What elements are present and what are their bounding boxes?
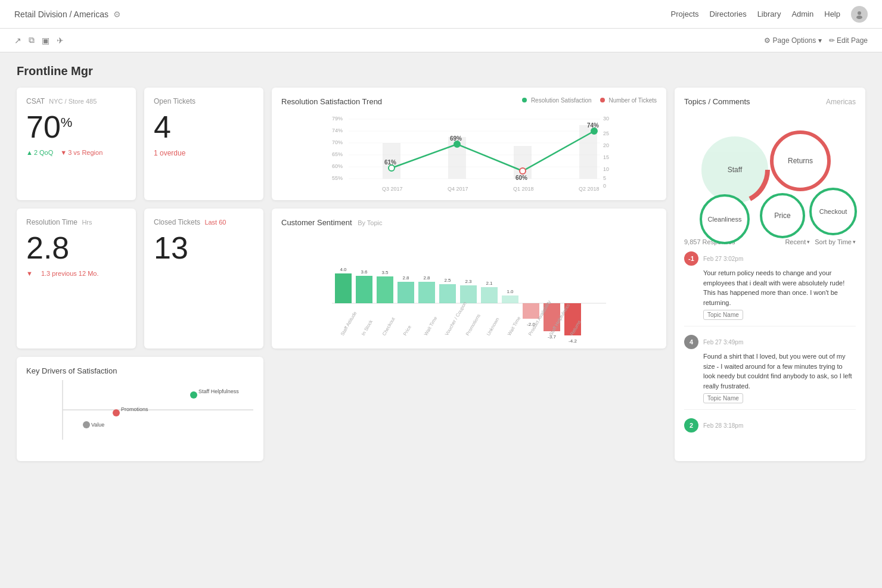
edit-page-btn[interactable]: ✏ Edit Page	[829, 36, 868, 45]
bubble-area: Staff Returns Cleanliness Price Checkout	[684, 113, 856, 238]
svg-text:30: 30	[603, 116, 609, 122]
page-title: Frontline Mgr	[17, 64, 865, 78]
svg-text:74%: 74%	[332, 127, 343, 133]
svg-text:Q1 2018: Q1 2018	[513, 186, 534, 192]
comment-avatar-1: -1	[684, 251, 698, 266]
avatar[interactable]	[851, 6, 868, 23]
comment-time-2: Feb 27 3:49pm	[703, 339, 743, 346]
csat-card: CSAT NYC / Store 485 70% 2 QoQ 3 vs Regi…	[17, 88, 136, 200]
nav-admin[interactable]: Admin	[791, 10, 813, 18]
nav-directories[interactable]: Directories	[710, 10, 747, 18]
breadcrumb-area: Retail Division / Americas ⚙	[14, 10, 121, 19]
closed-tickets-card: Closed Tickets Last 60 13	[144, 209, 263, 349]
svg-text:70%: 70%	[332, 139, 343, 145]
svg-text:2.5: 2.5	[444, 278, 451, 283]
topics-card: Topics / Comments Americas Staff Returns…	[675, 88, 865, 461]
resolution-trend-card: Resolution Satisfaction Trend Resolution…	[272, 88, 666, 200]
nav-projects[interactable]: Projects	[671, 10, 699, 18]
svg-text:74%: 74%	[587, 122, 599, 129]
svg-text:Staff Helpfulness: Staff Helpfulness	[198, 388, 239, 394]
svg-rect-55	[397, 282, 414, 303]
share-icon[interactable]: ↗	[14, 36, 21, 45]
svg-text:Checkout: Checkout	[819, 208, 847, 215]
svg-text:55%: 55%	[332, 175, 343, 181]
sentiment-svg: 4.0 3.6 3.5 2.8 2.8 2.5	[281, 232, 657, 363]
sentiment-subtitle: By Topic	[358, 219, 382, 226]
legend-satisfaction: Resolution Satisfaction	[522, 97, 592, 104]
more-comments-indicator: 2 Feb 28 3:18pm	[684, 418, 856, 433]
page-options-btn[interactable]: ⚙ Page Options ▾	[764, 36, 821, 45]
comment-tag-1[interactable]: Topic Name	[703, 310, 743, 320]
key-drivers-chart: Staff Helpfulness Promotions Value	[26, 380, 254, 452]
nav-library[interactable]: Library	[757, 10, 781, 18]
svg-rect-53	[377, 276, 393, 303]
recent-filter-btn[interactable]: Recent	[785, 238, 810, 245]
csat-value: 70%	[26, 110, 126, 144]
layout-icon[interactable]: ▣	[42, 36, 49, 45]
csat-qoq: 2 QoQ	[26, 149, 53, 156]
svg-point-89	[190, 391, 197, 399]
gear-icon[interactable]: ⚙	[113, 10, 121, 19]
open-tickets-card: Open Tickets 4 1 overdue	[144, 88, 263, 200]
svg-text:Q3 2017: Q3 2017	[382, 186, 403, 192]
sentiment-title: Customer Sentiment	[281, 218, 352, 227]
key-drivers-svg: Staff Helpfulness Promotions Value	[26, 380, 254, 458]
svg-text:Cleanliness: Cleanliness	[708, 216, 742, 223]
nav-help[interactable]: Help	[824, 10, 840, 18]
resolution-chart-area: 79% 74% 70% 65% 60% 55%	[281, 113, 657, 191]
svg-text:In Stock: In Stock	[361, 319, 374, 337]
topics-bubbles-svg: Staff Returns Cleanliness Price Checkout	[684, 113, 863, 238]
svg-text:Wait Time: Wait Time	[423, 315, 439, 337]
svg-text:Staff Attitude: Staff Attitude	[340, 310, 358, 337]
comment-filters: Recent Sort by Time	[785, 238, 856, 245]
open-tickets-value: 4	[154, 110, 254, 144]
csat-title: CSAT NYC / Store 485	[26, 97, 126, 105]
svg-point-0	[858, 11, 861, 15]
sentiment-title-row: Customer Sentiment By Topic	[281, 218, 657, 227]
svg-text:4.0: 4.0	[340, 267, 347, 272]
send-icon[interactable]: ✈	[57, 36, 64, 45]
svg-rect-49	[335, 273, 352, 303]
dashboard-grid: CSAT NYC / Store 485 70% 2 QoQ 3 vs Regi…	[17, 88, 865, 461]
comment-avatar-2: 4	[684, 335, 698, 349]
svg-text:15: 15	[603, 154, 609, 160]
sort-filter-btn[interactable]: Sort by Time	[815, 238, 856, 245]
csat-footer: 2 QoQ 3 vs Region	[26, 149, 126, 156]
svg-text:79%: 79%	[332, 116, 343, 122]
svg-text:20: 20	[603, 142, 609, 148]
svg-text:65%: 65%	[332, 151, 343, 157]
breadcrumb: Retail Division / Americas	[14, 10, 108, 19]
key-drivers-card: Key Drivers of Satisfaction Staff Helpfu…	[17, 357, 263, 461]
svg-text:60%: 60%	[515, 175, 527, 181]
svg-text:Promotions: Promotions	[465, 313, 482, 337]
svg-point-21	[591, 128, 597, 134]
svg-point-18	[389, 165, 395, 171]
svg-text:Value: Value	[91, 422, 104, 428]
svg-text:5: 5	[603, 175, 606, 181]
topics-subtitle: Americas	[826, 98, 856, 106]
closed-tickets-title: Closed Tickets Last 60	[154, 218, 254, 226]
resolution-chart-svg: 79% 74% 70% 65% 60% 55%	[281, 113, 657, 197]
copy-icon[interactable]: ⧉	[29, 35, 35, 45]
comment-item-2: 4 Feb 27 3:49pm Found a shirt that I lov…	[684, 335, 856, 410]
comment-avatar-3: 2	[684, 418, 698, 433]
resolution-title: Resolution Satisfaction Trend	[281, 97, 382, 106]
svg-text:1.0: 1.0	[507, 289, 514, 294]
svg-text:Q2 2018: Q2 2018	[579, 186, 600, 192]
comment-tag-2[interactable]: Topic Name	[703, 393, 743, 403]
comment-item-1: -1 Feb 27 3:02pm Your return policy need…	[684, 251, 856, 326]
svg-text:2.3: 2.3	[465, 279, 472, 284]
svg-text:3.5: 3.5	[381, 270, 389, 275]
svg-text:Checkout: Checkout	[381, 316, 396, 337]
comment-time-1: Feb 27 3:02pm	[703, 256, 743, 262]
chart-legend: Resolution Satisfaction Number of Ticket…	[522, 97, 657, 104]
svg-text:3.6: 3.6	[361, 269, 368, 275]
svg-point-91	[113, 409, 120, 416]
svg-text:69%: 69%	[450, 135, 462, 142]
comment-meta-2: 4 Feb 27 3:49pm	[684, 335, 856, 349]
svg-text:61%: 61%	[384, 159, 396, 166]
resolution-time-change: 1.3 previous 12 Mo.	[26, 270, 126, 277]
svg-rect-51	[356, 276, 372, 303]
svg-point-20	[520, 168, 526, 174]
customer-sentiment-card: Customer Sentiment By Topic 4.0 3.6 3.5	[272, 209, 666, 349]
